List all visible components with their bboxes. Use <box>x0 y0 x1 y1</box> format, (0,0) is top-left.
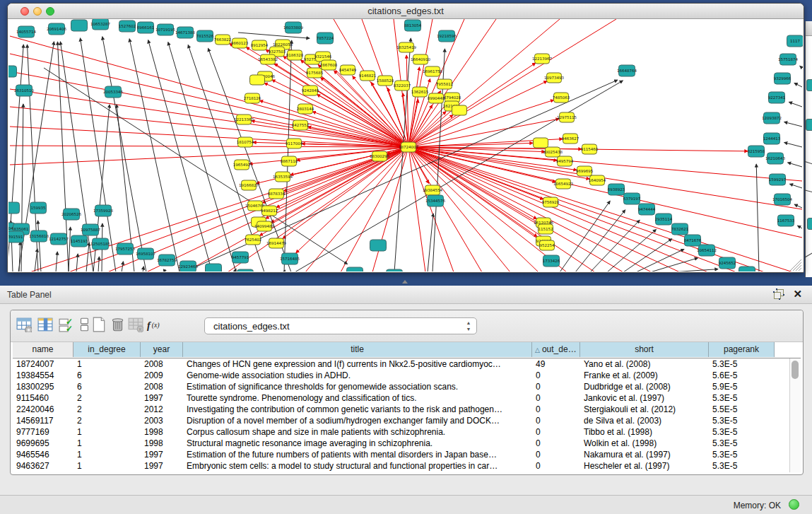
graph-node[interactable] <box>8 66 17 77</box>
svg-text:x: x <box>139 326 141 332</box>
table-row[interactable]: 977716911998Corpus callosum shape and si… <box>13 426 775 438</box>
column-header-label: year <box>153 344 170 354</box>
table-cell: 0 <box>532 438 580 449</box>
graph-edge <box>789 102 802 107</box>
table-cell: Structural magnetic resonance image aver… <box>183 438 532 449</box>
table-row[interactable]: 1938455462009Genome-wide association stu… <box>13 370 775 381</box>
graph-edge <box>69 227 71 271</box>
table-cell: Stergiakouli et al. (2012) <box>580 404 709 415</box>
table-selector-dropdown[interactable]: citations_edges.txt ▲▼ <box>204 317 477 334</box>
graph-node-label: 16648764 <box>617 69 637 73</box>
graph-node-label: 1117 <box>790 39 800 43</box>
graph-node-label: 8186328 <box>286 53 304 57</box>
vertical-scrollbar[interactable] <box>789 358 801 472</box>
graph-node[interactable] <box>237 269 254 271</box>
table-cell: 0 <box>532 460 580 472</box>
graph-node-label: 16782759 <box>157 258 177 262</box>
column-header-out_de[interactable]: △out_de… <box>532 342 580 357</box>
graph-edge <box>788 163 802 167</box>
graph-node-label: 9242848 <box>302 88 319 93</box>
graph-node-label: 16958107 <box>136 252 155 256</box>
column-header-title[interactable]: title <box>183 342 532 357</box>
graph-node-label: 20691406 <box>47 27 66 31</box>
table-cell: Changes of HCN gene expression and I(f) … <box>183 358 532 370</box>
stepper-arrows-icon[interactable]: ▲▼ <box>464 320 473 332</box>
new-document-icon[interactable] <box>91 317 108 335</box>
table-row[interactable]: 1872400712008Changes of HCN gene express… <box>13 358 775 370</box>
column-header-year[interactable]: year <box>141 342 183 357</box>
resize-grip-icon[interactable] <box>796 265 801 271</box>
table-row[interactable]: 1830029562008Estimation of significance … <box>13 381 775 392</box>
graph-edge <box>86 243 89 271</box>
graph-node[interactable] <box>534 138 548 148</box>
graph-node-label: 10025438 <box>543 150 563 154</box>
table-cell: Jankovic et al. (1997) <box>580 392 709 404</box>
splitter-handle-icon[interactable] <box>402 280 408 284</box>
column-header-in_degree[interactable]: in_degree <box>73 342 141 357</box>
resize-grip-icon[interactable] <box>799 268 801 271</box>
graph-node-label: 7832621 <box>671 227 689 231</box>
graph-node-label: 12213363 <box>234 117 254 122</box>
resize-grip-icon[interactable] <box>790 259 801 271</box>
graph-node[interactable] <box>206 264 222 271</box>
network-graph-canvas[interactable]: 1405571420691406106532871527602696616110… <box>8 19 803 271</box>
delete-icon[interactable] <box>110 317 126 335</box>
svg-text:f: f <box>147 320 151 331</box>
window-titlebar[interactable]: citations_edges.txt <box>8 4 804 19</box>
graph-node-label: 17957253 <box>115 247 135 251</box>
table-cell: Disruption of a novel member of a sodium… <box>183 415 532 426</box>
table-settings-icon[interactable] <box>16 317 33 335</box>
table-row[interactable]: 1456911722003Disruption of a novel membe… <box>13 415 775 426</box>
graph-edge <box>607 230 656 271</box>
table-row[interactable]: 946554611997Estimation of the future num… <box>13 449 775 460</box>
column-header-short[interactable]: short <box>580 342 709 357</box>
column-header-name[interactable]: name <box>13 342 73 357</box>
graph-node-label: 835061 <box>14 227 29 231</box>
column-header-pagerank[interactable]: pagerank <box>709 342 775 357</box>
float-panel-icon[interactable] <box>774 289 784 299</box>
memory-status-label: Memory: OK <box>734 501 781 510</box>
graph-edge <box>408 147 793 271</box>
table-row[interactable]: 2242004622012Investigating the contribut… <box>13 404 775 415</box>
graph-node-label: 9245652 <box>719 261 736 265</box>
graph-node[interactable] <box>739 267 755 271</box>
graph-node-label: 7857224 <box>317 36 334 40</box>
graph-edge <box>408 147 802 238</box>
table-cell: 1997 <box>141 392 183 404</box>
graph-node[interactable] <box>71 20 88 31</box>
graph-node-label: 12975115 <box>557 115 577 119</box>
show-columns-icon[interactable] <box>37 317 54 335</box>
graph-node[interactable] <box>452 105 467 115</box>
scrollbar-thumb[interactable] <box>792 361 799 379</box>
table-row[interactable]: 946362711997Embryonic stem cells: a mode… <box>13 460 775 472</box>
graph-node[interactable] <box>347 267 363 271</box>
background-window-sliver[interactable] <box>805 21 812 277</box>
graph-node[interactable] <box>387 269 403 271</box>
graph-node-label: 10654112 <box>697 248 717 252</box>
graph-node-label: 9474444 <box>638 207 656 211</box>
function-icon[interactable]: f(x) <box>146 317 163 335</box>
table-cell: 9777169 <box>13 426 73 438</box>
table-cell: Hescheler et al. (1997) <box>580 460 709 472</box>
table-row[interactable]: 969969511998Structural magnetic resonanc… <box>13 438 775 449</box>
sort-ascending-icon: △ <box>535 346 540 354</box>
graph-node-label: 6966161 <box>137 25 155 30</box>
table-panel-title: Table Panel <box>7 290 52 300</box>
graph-edge <box>428 214 433 271</box>
close-panel-icon[interactable]: ✕ <box>793 288 802 300</box>
import-table-icon[interactable]: x <box>128 317 145 335</box>
graph-node[interactable] <box>370 240 387 251</box>
graph-node-label: 2867608 <box>320 63 338 67</box>
network-graph[interactable]: 1405571420691406106532871527602696616110… <box>8 19 803 271</box>
graph-node-label: 2803144 <box>297 107 314 111</box>
graph-node-label: 1810754 <box>237 140 254 144</box>
graph-edge <box>590 220 640 271</box>
select-rows-icon[interactable]: ✓✓ <box>59 317 76 335</box>
table-cell: 5.3E-5 <box>709 438 775 449</box>
graph-node[interactable] <box>8 202 20 214</box>
graph-node-label: 9227341 <box>768 95 786 100</box>
table-row[interactable]: 911546021997Tourette syndrome. Phenomeno… <box>13 392 775 404</box>
graph-edge <box>789 184 802 188</box>
graph-node[interactable] <box>250 75 265 85</box>
graph-node-label: 952254 <box>540 243 555 247</box>
